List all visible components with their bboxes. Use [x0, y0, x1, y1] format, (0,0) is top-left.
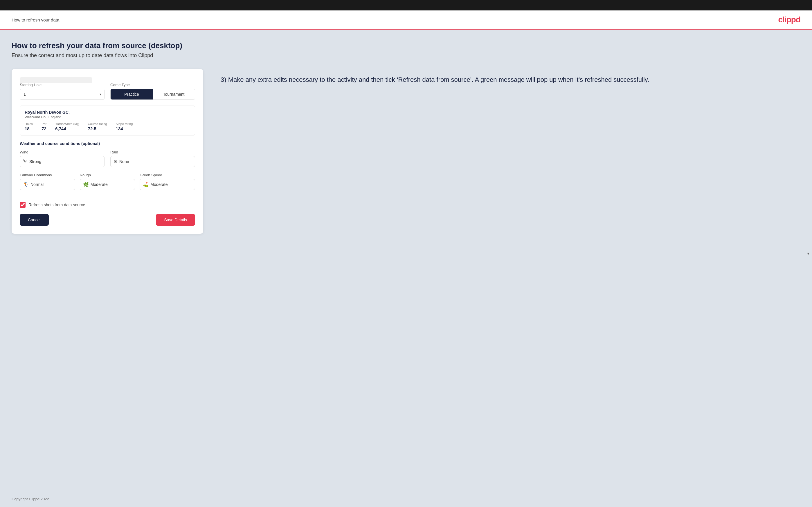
tournament-button[interactable]: Tournament — [153, 89, 195, 100]
rain-label: Rain — [110, 150, 195, 154]
conditions-row: Fairway Conditions 🏌 Normal ▾ Rough 🌿 — [20, 173, 195, 190]
green-speed-label: Green Speed — [140, 173, 195, 177]
course-rating-value: 72.5 — [88, 126, 107, 131]
rain-group: Rain ☀ None ▾ — [110, 150, 195, 167]
holes-stat: Holes 18 — [25, 122, 33, 131]
slope-rating-stat: Slope rating 134 — [116, 122, 133, 131]
starting-hole-label: Starting Hole — [20, 83, 104, 87]
holes-label: Holes — [25, 122, 33, 126]
rain-arrow-icon: ▾ — [807, 251, 809, 256]
yards-value: 6,744 — [55, 126, 79, 131]
fairway-select[interactable]: Normal — [31, 179, 72, 190]
fairway-icon: 🏌 — [23, 182, 29, 187]
divider — [20, 196, 195, 196]
wind-group: Wind 🌬 Strong ▾ — [20, 150, 104, 167]
green-speed-arrow-icon: ▾ — [807, 251, 809, 256]
wind-icon: 🌬 — [23, 159, 28, 164]
game-type-buttons: Practice Tournament — [110, 89, 195, 100]
footer: Copyright Clippd 2022 — [0, 493, 812, 507]
rough-label: Rough — [80, 173, 135, 177]
course-info-box: Royal North Devon GC, Westward Ho!, Engl… — [20, 106, 195, 135]
side-description: 3) Make any extra edits necessary to the… — [221, 69, 800, 84]
fairway-select-wrapper: 🏌 Normal ▾ — [20, 179, 75, 190]
logo: clippd — [778, 15, 800, 24]
form-card: Starting Hole 1 ▾ Game Type Practice Tou… — [12, 69, 203, 234]
course-location: Westward Ho!, England — [25, 115, 190, 119]
rough-select-wrapper: 🌿 Moderate ▾ — [80, 179, 135, 190]
refresh-checkbox-row: Refresh shots from data source — [20, 202, 195, 208]
fairway-group: Fairway Conditions 🏌 Normal ▾ — [20, 173, 75, 190]
button-row: Cancel Save Details — [20, 214, 195, 226]
wind-select[interactable]: Strong — [29, 156, 101, 167]
conditions-section: Weather and course conditions (optional)… — [20, 141, 195, 190]
course-rating-stat: Course rating 72.5 — [88, 122, 107, 131]
wind-arrow-icon: ▾ — [807, 251, 809, 256]
refresh-checkbox[interactable] — [20, 202, 26, 208]
starting-hole-select[interactable]: 1 — [20, 89, 104, 100]
header-title: How to refresh your data — [12, 17, 59, 22]
card-top-bar — [20, 77, 92, 83]
par-value: 72 — [42, 126, 46, 131]
conditions-title: Weather and course conditions (optional) — [20, 141, 195, 146]
top-bar — [0, 0, 812, 10]
wind-select-wrapper: 🌬 Strong ▾ — [20, 156, 104, 167]
main-content: How to refresh your data from source (de… — [0, 30, 812, 493]
rain-select-wrapper: ☀ None ▾ — [110, 156, 195, 167]
green-speed-icon: ⛳ — [143, 182, 149, 187]
green-speed-select[interactable]: Moderate — [150, 179, 192, 190]
game-type-label: Game Type — [110, 83, 195, 87]
rough-arrow-icon: ▾ — [807, 251, 809, 256]
rain-icon: ☀ — [113, 159, 117, 164]
fairway-label: Fairway Conditions — [20, 173, 75, 177]
course-stats: Holes 18 Par 72 Yards/White (M)) 6,744 C… — [25, 122, 190, 131]
practice-button[interactable]: Practice — [111, 89, 153, 100]
rough-icon: 🌿 — [83, 182, 89, 187]
yards-label: Yards/White (M)) — [55, 122, 79, 126]
top-form-row: Starting Hole 1 ▾ Game Type Practice Tou… — [20, 83, 195, 100]
content-row: Starting Hole 1 ▾ Game Type Practice Tou… — [12, 69, 800, 234]
course-rating-label: Course rating — [88, 122, 107, 126]
side-text: 3) Make any extra edits necessary to the… — [221, 75, 800, 84]
copyright-text: Copyright Clippd 2022 — [12, 497, 49, 501]
holes-value: 18 — [25, 126, 33, 131]
rough-select[interactable]: Moderate — [91, 179, 132, 190]
refresh-checkbox-label: Refresh shots from data source — [29, 203, 85, 207]
header: How to refresh your data clippd — [0, 10, 812, 30]
course-name: Royal North Devon GC, — [25, 110, 190, 115]
yards-stat: Yards/White (M)) 6,744 — [55, 122, 79, 131]
cancel-button[interactable]: Cancel — [20, 214, 49, 226]
page-heading: How to refresh your data from source (de… — [12, 41, 800, 50]
wind-rain-row: Wind 🌬 Strong ▾ Rain ☀ — [20, 150, 195, 167]
green-speed-select-wrapper: ⛳ Moderate ▾ — [140, 179, 195, 190]
fairway-arrow-icon: ▾ — [807, 251, 809, 256]
rain-select[interactable]: None — [119, 156, 192, 167]
wind-label: Wind — [20, 150, 104, 154]
starting-hole-select-wrapper: 1 ▾ — [20, 89, 104, 100]
par-label: Par — [42, 122, 46, 126]
page-subheading: Ensure the correct and most up to date d… — [12, 53, 800, 59]
green-speed-group: Green Speed ⛳ Moderate ▾ — [140, 173, 195, 190]
save-button[interactable]: Save Details — [156, 214, 195, 226]
par-stat: Par 72 — [42, 122, 46, 131]
slope-rating-value: 134 — [116, 126, 133, 131]
starting-hole-group: Starting Hole 1 ▾ — [20, 83, 104, 100]
slope-rating-label: Slope rating — [116, 122, 133, 126]
game-type-group: Game Type Practice Tournament — [110, 83, 195, 100]
rough-group: Rough 🌿 Moderate ▾ — [80, 173, 135, 190]
